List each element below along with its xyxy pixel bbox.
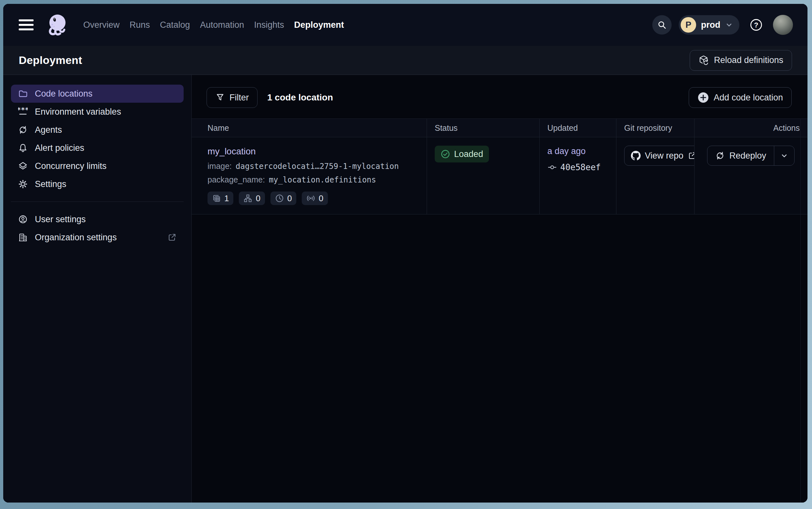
image-label: image: bbox=[208, 162, 232, 171]
dagster-octopus-logo[interactable] bbox=[44, 12, 69, 37]
chevron-down-icon bbox=[725, 21, 733, 29]
octopus-icon bbox=[44, 12, 69, 37]
sidebar-item-organization-settings[interactable]: Organization settings bbox=[11, 228, 184, 246]
redeploy-label: Redeploy bbox=[729, 151, 766, 161]
svg-text:?: ? bbox=[754, 21, 758, 29]
nav-item-automation[interactable]: Automation bbox=[200, 20, 244, 30]
jobs-tree-icon bbox=[243, 194, 252, 203]
jobs-count: 0 bbox=[256, 194, 260, 203]
assets-count-chip[interactable]: 1 bbox=[208, 192, 233, 205]
primary-nav: Overview Runs Catalog Automation Insight… bbox=[83, 20, 344, 30]
sidebar-divider bbox=[11, 202, 184, 202]
column-header-actions: Actions bbox=[694, 119, 808, 137]
toolbar: Filter 1 code location Add code location bbox=[192, 75, 808, 108]
code-location-link[interactable]: my_location bbox=[208, 146, 256, 157]
page-title: Deployment bbox=[19, 54, 82, 67]
reload-definitions-label: Reload definitions bbox=[714, 55, 783, 65]
redeploy-more-button[interactable] bbox=[774, 146, 794, 165]
redeploy-button[interactable]: Redeploy bbox=[707, 146, 774, 165]
reload-cube-icon bbox=[698, 55, 709, 66]
sidebar-item-user-settings[interactable]: User settings bbox=[11, 210, 184, 228]
assets-grid-icon bbox=[212, 194, 221, 203]
nav-item-overview[interactable]: Overview bbox=[83, 20, 120, 30]
sidebar-item-label: Organization settings bbox=[35, 233, 117, 243]
plus-circle-icon bbox=[697, 92, 709, 103]
external-link-icon bbox=[688, 151, 694, 160]
updated-time-link[interactable]: a day ago bbox=[547, 146, 586, 157]
help-button[interactable]: ? bbox=[746, 15, 766, 35]
column-header-git-repository: Git repository bbox=[616, 119, 694, 137]
filter-funnel-icon bbox=[215, 93, 225, 102]
building-icon bbox=[18, 233, 28, 242]
cell-status: Loaded bbox=[427, 137, 539, 214]
avatar[interactable] bbox=[773, 15, 793, 35]
check-circle-icon bbox=[441, 149, 450, 159]
deployment-switcher[interactable]: P prod bbox=[679, 15, 739, 35]
svg-text:***: *** bbox=[18, 107, 28, 114]
page-header: Deployment Reload definitions bbox=[3, 46, 808, 75]
nav-item-deployment[interactable]: Deployment bbox=[294, 20, 344, 30]
filter-button[interactable]: Filter bbox=[207, 87, 258, 108]
top-nav: Overview Runs Catalog Automation Insight… bbox=[3, 4, 808, 46]
cell-actions: Redeploy bbox=[694, 137, 808, 214]
package-label: package_name: bbox=[208, 175, 265, 184]
sensors-count: 0 bbox=[319, 194, 323, 203]
code-locations-table: Name Status Updated Git repository Actio… bbox=[192, 118, 808, 214]
cell-git-repository: View repo bbox=[616, 137, 694, 214]
sensors-count-chip[interactable]: 0 bbox=[302, 192, 328, 205]
bell-icon bbox=[18, 143, 28, 153]
sidebar-item-concurrency-limits[interactable]: Concurrency limits bbox=[11, 157, 184, 175]
layers-icon bbox=[18, 161, 28, 171]
filter-label: Filter bbox=[229, 93, 249, 103]
column-header-status: Status bbox=[427, 119, 539, 137]
sidebar-item-label: Settings bbox=[35, 179, 67, 189]
agents-cycle-icon bbox=[18, 125, 28, 135]
redeploy-split-button: Redeploy bbox=[707, 146, 795, 166]
status-badge: Loaded bbox=[435, 146, 489, 163]
commit-row: 40e58eef bbox=[547, 163, 608, 172]
code-location-count: 1 code location bbox=[267, 92, 333, 103]
folder-icon bbox=[18, 89, 28, 99]
jobs-count-chip[interactable]: 0 bbox=[239, 192, 265, 205]
sidebar-item-label: Concurrency limits bbox=[35, 161, 107, 171]
hamburger-icon[interactable] bbox=[19, 20, 34, 30]
sidebar-item-code-locations[interactable]: Code locations bbox=[11, 84, 184, 103]
commit-sha[interactable]: 40e58eef bbox=[560, 163, 601, 172]
nav-right-cluster: P prod ? bbox=[652, 15, 793, 35]
add-code-location-button[interactable]: Add code location bbox=[689, 87, 792, 108]
sensor-signal-icon bbox=[306, 194, 315, 203]
sidebar-item-settings[interactable]: Settings bbox=[11, 175, 184, 193]
schedules-count-chip[interactable]: 0 bbox=[270, 192, 296, 205]
schedules-count: 0 bbox=[287, 194, 292, 203]
search-button[interactable] bbox=[652, 15, 672, 35]
column-header-updated: Updated bbox=[539, 119, 616, 137]
user-circle-icon bbox=[18, 214, 28, 224]
sidebar-item-label: Code locations bbox=[35, 89, 93, 99]
gear-icon bbox=[18, 179, 28, 189]
table-header-row: Name Status Updated Git repository Actio… bbox=[192, 118, 808, 137]
schedule-clock-icon bbox=[275, 194, 284, 203]
sidebar-item-label: Agents bbox=[35, 125, 62, 135]
main-panel: Filter 1 code location Add code location… bbox=[192, 75, 808, 503]
app-window: Overview Runs Catalog Automation Insight… bbox=[3, 4, 808, 503]
content-area: Code locations *** Environment variables bbox=[3, 75, 808, 503]
status-label: Loaded bbox=[454, 149, 483, 159]
env-vars-icon: *** bbox=[18, 107, 28, 116]
deployment-name: prod bbox=[701, 20, 721, 30]
nav-item-insights[interactable]: Insights bbox=[254, 20, 284, 30]
nav-item-catalog[interactable]: Catalog bbox=[160, 20, 190, 30]
reload-definitions-button[interactable]: Reload definitions bbox=[690, 50, 792, 71]
search-icon bbox=[657, 20, 667, 30]
package-value: my_location.definitions bbox=[269, 175, 376, 184]
sidebar-item-alert-policies[interactable]: Alert policies bbox=[11, 139, 184, 157]
add-code-location-label: Add code location bbox=[713, 93, 783, 103]
sidebar-item-label: User settings bbox=[35, 214, 86, 225]
sidebar: Code locations *** Environment variables bbox=[3, 75, 192, 503]
nav-item-runs[interactable]: Runs bbox=[130, 20, 150, 30]
sidebar-item-environment-variables[interactable]: *** Environment variables bbox=[11, 103, 184, 121]
column-header-name: Name bbox=[192, 119, 427, 137]
view-repo-button[interactable]: View repo bbox=[624, 146, 694, 166]
definition-counts: 1 bbox=[208, 192, 419, 205]
sidebar-item-agents[interactable]: Agents bbox=[11, 121, 184, 139]
table-row: my_location image: dagstercodelocati…275… bbox=[192, 137, 808, 214]
